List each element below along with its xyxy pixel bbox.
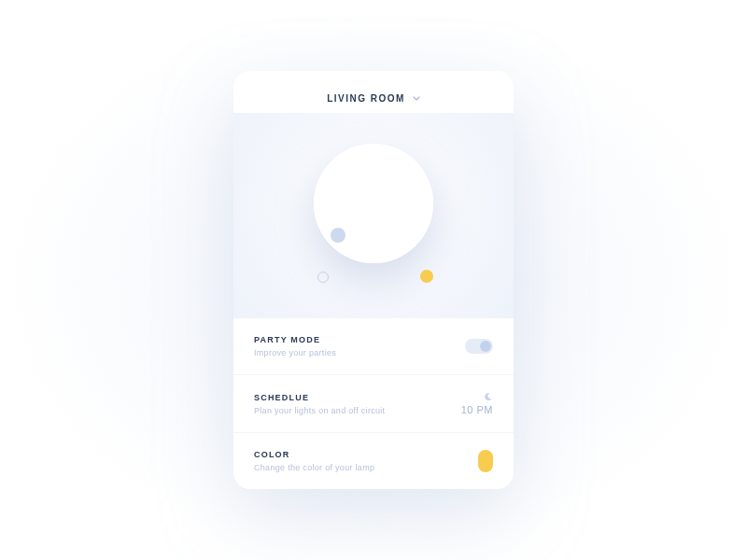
range-max-marker <box>420 270 433 283</box>
row-subtitle: Change the color of your lamp <box>254 463 374 472</box>
color-swatch[interactable] <box>478 450 493 472</box>
row-subtitle: Improve your parties <box>254 348 336 357</box>
room-label: LIVING ROOM <box>327 93 405 104</box>
toggle-knob <box>480 341 491 352</box>
row-text: PARTY MODE Improve your parties <box>254 335 336 357</box>
row-text: SCHEDLUE Plan your lights on and off cir… <box>254 393 385 415</box>
row-title: SCHEDLUE <box>254 393 385 402</box>
row-text: COLOR Change the color of your lamp <box>254 450 374 472</box>
settings-list: PARTY MODE Improve your parties SCHEDLUE… <box>233 318 514 489</box>
schedule-time: 10 PM <box>461 404 493 415</box>
brightness-dial[interactable] <box>314 144 433 263</box>
row-party-mode: PARTY MODE Improve your parties <box>233 318 514 375</box>
range-min-marker <box>317 272 329 283</box>
schedule-value: 10 PM <box>461 392 493 415</box>
row-title: PARTY MODE <box>254 335 336 344</box>
row-title: COLOR <box>254 450 374 459</box>
row-schedule[interactable]: SCHEDLUE Plan your lights on and off cir… <box>233 375 514 433</box>
chevron-down-icon <box>413 95 420 103</box>
row-color[interactable]: COLOR Change the color of your lamp <box>233 433 514 489</box>
dial-indicator <box>331 228 345 243</box>
device-card: LIVING ROOM PARTY MODE Improve your part… <box>233 71 514 489</box>
row-subtitle: Plan your lights on and off circuit <box>254 406 385 415</box>
moon-icon <box>484 392 493 401</box>
dial-area <box>233 113 514 318</box>
party-mode-toggle[interactable] <box>465 339 493 354</box>
room-selector[interactable]: LIVING ROOM <box>233 71 514 113</box>
